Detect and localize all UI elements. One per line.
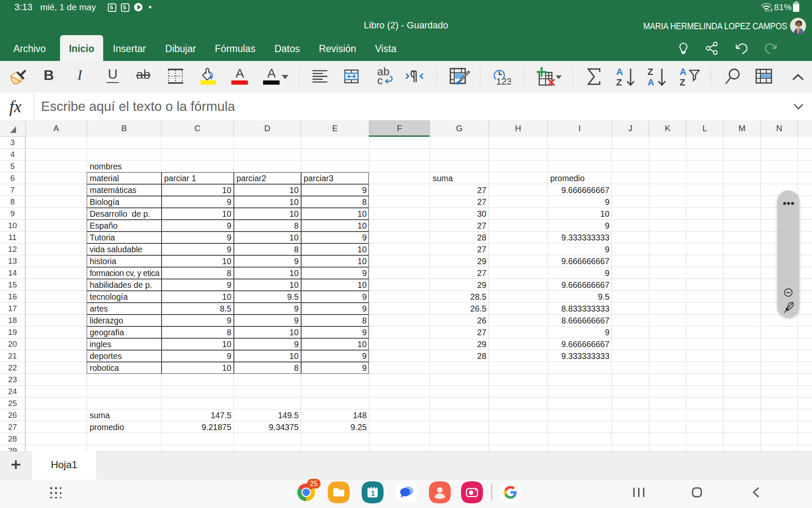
svg-text:Z: Z (647, 67, 653, 77)
svg-text:Z: Z (616, 77, 622, 87)
svg-text:A: A (616, 67, 623, 77)
svg-text:c: c (377, 74, 383, 86)
svg-text:1: 1 (371, 489, 375, 497)
svg-text:A: A (680, 67, 686, 77)
svg-text:A: A (647, 77, 654, 87)
svg-text:123: 123 (496, 76, 511, 86)
svg-text:Z: Z (680, 77, 685, 87)
